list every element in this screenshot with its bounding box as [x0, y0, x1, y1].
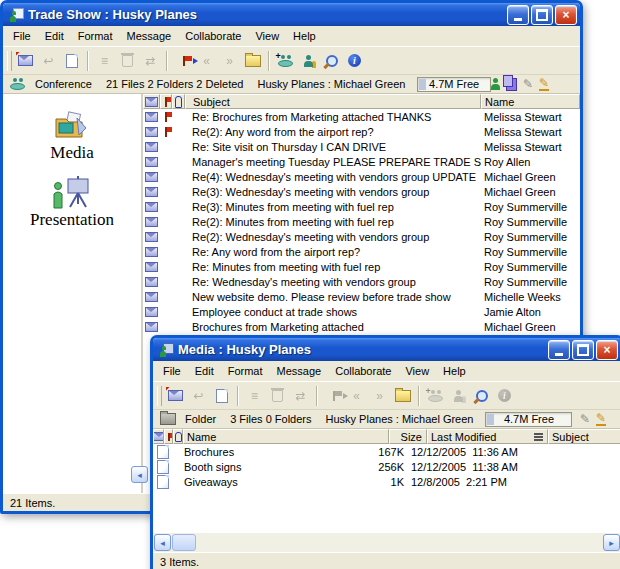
- next-unread-icon: »: [226, 55, 233, 67]
- scroll-left-button[interactable]: ◂: [131, 466, 148, 483]
- column-header-subject[interactable]: Subject: [185, 94, 481, 109]
- message-row[interactable]: Re: Wednesday's meeting with vendors gro…: [143, 274, 580, 289]
- next-unread-button: »: [218, 50, 241, 72]
- menu-help[interactable]: Help: [436, 362, 473, 380]
- menu-collaborate[interactable]: Collaborate: [328, 362, 398, 380]
- column-header-size[interactable]: Size: [389, 429, 427, 444]
- column-header-envelope[interactable]: [153, 429, 164, 444]
- free-space-label: 4.7M Free: [429, 78, 479, 90]
- column-header-name[interactable]: Name: [183, 429, 389, 444]
- column-header-attachment[interactable]: [172, 94, 185, 109]
- message-row[interactable]: Re(2): Wednesday's meeting with vendors …: [143, 229, 580, 244]
- envelope-icon: [145, 97, 158, 107]
- message-row[interactable]: Brochures from Marketing attachedMichael…: [143, 319, 580, 334]
- menu-edit[interactable]: Edit: [188, 362, 221, 380]
- menu-edit[interactable]: Edit: [38, 27, 71, 45]
- column-header-flag[interactable]: [160, 94, 172, 109]
- add-participant-button[interactable]: +: [274, 50, 297, 72]
- conference-info-bar: Conference 21 Files 2 Folders 2 Deleted …: [3, 75, 580, 94]
- scroll-left-button[interactable]: ◂: [154, 534, 171, 551]
- message-row[interactable]: Re(4): Wednesday's meeting with vendors …: [143, 169, 580, 184]
- file-row[interactable]: Brochures167K12/12/2005 11:36 AM: [153, 444, 620, 459]
- up-folder-button[interactable]: [391, 385, 414, 407]
- file-row[interactable]: Booth signs256K12/12/2005 11:38 AM: [153, 459, 620, 474]
- scrollbar-thumb[interactable]: [172, 534, 196, 551]
- message-row[interactable]: Re(2): Any word from the airport rep?Mel…: [143, 124, 580, 139]
- message-row[interactable]: Manager's meeting Tuesday PLEASE PREPARE…: [143, 154, 580, 169]
- menu-file[interactable]: File: [156, 362, 188, 380]
- menu-format[interactable]: Format: [221, 362, 270, 380]
- title-bar[interactable]: Media : Husky Planes ×: [153, 338, 620, 361]
- magnifier-icon: [326, 55, 338, 67]
- sign-pencil-icon[interactable]: ✎: [539, 77, 549, 91]
- column-header-subject[interactable]: Subject: [548, 429, 620, 444]
- minimize-button[interactable]: [507, 5, 529, 25]
- menu-view[interactable]: View: [248, 27, 286, 45]
- message-row[interactable]: Re(3): Wednesday's meeting with vendors …: [143, 184, 580, 199]
- message-row[interactable]: Re(2): Minutes from meeting with fuel re…: [143, 214, 580, 229]
- message-row[interactable]: New website demo. Please review before t…: [143, 289, 580, 304]
- file-name: Giveaways: [181, 476, 370, 488]
- search-button[interactable]: [320, 50, 343, 72]
- person-key-icon: [454, 390, 463, 402]
- file-modified: 12/8/2005 2:21 PM: [408, 476, 529, 488]
- toolbar-grip[interactable]: [7, 51, 12, 71]
- message-row[interactable]: Re: Minutes from meeting with fuel repRo…: [143, 259, 580, 274]
- envelope-icon: [153, 432, 164, 441]
- up-folder-button[interactable]: [241, 50, 264, 72]
- message-row[interactable]: Re: Site visit on Thursday I CAN DRIVEMe…: [143, 139, 580, 154]
- flag-button[interactable]: [172, 50, 195, 72]
- info-button[interactable]: i: [343, 50, 366, 72]
- sidebar-item-presentation[interactable]: Presentation: [30, 175, 114, 230]
- conference-icon: [10, 78, 26, 90]
- file-row[interactable]: Giveaways1K12/8/2005 2:21 PM: [153, 474, 620, 489]
- toolbar-grip[interactable]: [157, 386, 162, 406]
- title-bar[interactable]: Trade Show : Husky Planes ×: [3, 3, 580, 26]
- message-row[interactable]: Re: Brochures from Marketing attached TH…: [143, 109, 580, 124]
- column-header-name[interactable]: Name: [481, 94, 580, 109]
- toolbar-separator: [268, 51, 270, 71]
- menu-view[interactable]: View: [398, 362, 436, 380]
- menu-message[interactable]: Message: [270, 362, 329, 380]
- search-button[interactable]: [470, 385, 493, 407]
- maximize-button[interactable]: [531, 5, 553, 25]
- message-sender: Michael Green: [481, 171, 580, 183]
- flag-icon: [165, 127, 167, 137]
- message-row[interactable]: Re(3): Minutes from meeting with fuel re…: [143, 199, 580, 214]
- message-sender: Jamie Alton: [481, 306, 580, 318]
- column-header-envelope[interactable]: [143, 94, 160, 109]
- new-message-button[interactable]: [164, 385, 187, 407]
- sign-pencil-icon[interactable]: ✎: [596, 412, 606, 426]
- menu-file[interactable]: File: [6, 27, 38, 45]
- sidebar-item-media[interactable]: Media: [50, 110, 93, 163]
- minimize-button[interactable]: [548, 340, 570, 360]
- access-button[interactable]: [297, 50, 320, 72]
- close-button[interactable]: ×: [555, 5, 577, 25]
- new-document-button[interactable]: [210, 385, 233, 407]
- message-sender: Melissa Stewart: [481, 111, 580, 123]
- envelope-icon: [18, 55, 33, 66]
- edit-pencil-icon[interactable]: ✎: [580, 413, 590, 425]
- new-message-button[interactable]: [14, 50, 37, 72]
- scroll-right-button[interactable]: ▸: [603, 534, 620, 551]
- message-row[interactable]: Re: Any word from the airport rep?Roy Su…: [143, 244, 580, 259]
- column-header-modified[interactable]: Last Modified: [427, 429, 548, 444]
- message-icon: [145, 277, 158, 287]
- close-button[interactable]: ×: [596, 340, 618, 360]
- menu-message[interactable]: Message: [120, 27, 179, 45]
- message-row[interactable]: Employee conduct at trade showsJamie Alt…: [143, 304, 580, 319]
- message-icon: [145, 322, 158, 332]
- reply-button: ↩: [37, 50, 60, 72]
- column-header-attachment[interactable]: [173, 429, 183, 444]
- message-subject: Re(2): Minutes from meeting with fuel re…: [185, 216, 481, 228]
- maximize-button[interactable]: [572, 340, 594, 360]
- paperclip-icon: [175, 96, 182, 108]
- menu-collaborate[interactable]: Collaborate: [178, 27, 248, 45]
- column-header-flag[interactable]: [164, 429, 173, 444]
- menu-format[interactable]: Format: [71, 27, 120, 45]
- edit-pencil-icon[interactable]: ✎: [523, 78, 533, 90]
- add-participant-button: +: [424, 385, 447, 407]
- new-document-button[interactable]: [60, 50, 83, 72]
- message-icon: [145, 292, 158, 302]
- menu-help[interactable]: Help: [286, 27, 323, 45]
